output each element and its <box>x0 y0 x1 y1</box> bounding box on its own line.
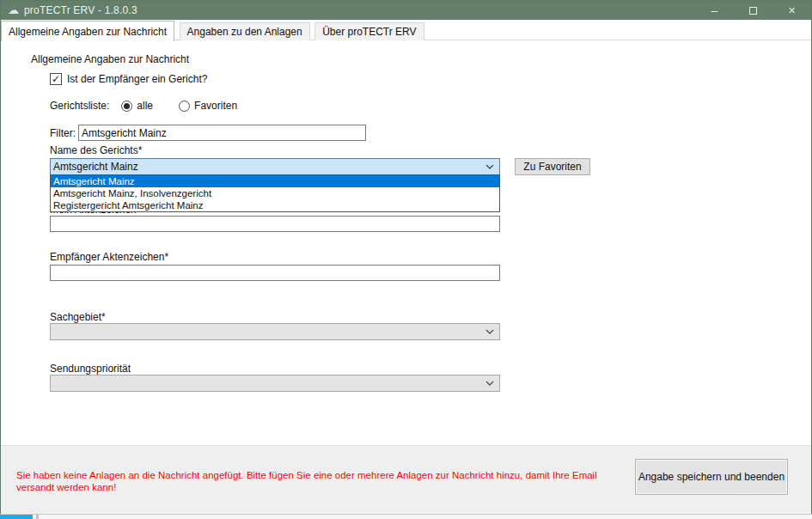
dropdown-option[interactable]: Registergericht Amtsgericht Mainz <box>51 199 499 211</box>
gericht-label: Name des Gerichts* <box>50 144 142 156</box>
close-button[interactable]: × <box>772 1 811 20</box>
title-bar: ☁ proTECTr ERV - 1.8.0.3 – × <box>1 1 811 20</box>
sachgebiet-combobox[interactable] <box>50 323 500 340</box>
taskbar-accent-item <box>0 515 33 519</box>
radio-favoriten[interactable] <box>179 101 190 112</box>
sendungsprioritaet-combobox[interactable] <box>50 375 500 392</box>
check-icon: ✓ <box>52 73 60 85</box>
attachment-warning-text: Sie haben keine Anlagen an die Nachricht… <box>16 469 628 493</box>
taskbar-separator <box>36 515 39 519</box>
chevron-down-icon <box>485 329 494 334</box>
window-controls: – × <box>695 1 811 20</box>
tab-allgemeine-angaben[interactable]: Allgemeine Angaben zur Nachricht <box>1 21 174 41</box>
radio-alle[interactable] <box>121 101 132 112</box>
tab-ueber-protectr[interactable]: Über proTECTr ERV <box>314 22 424 40</box>
empfaenger-aktenzeichen-input[interactable] <box>50 265 500 281</box>
sachgebiet-label: Sachgebiet* <box>50 311 106 323</box>
gericht-combobox-value: Amtsgericht Mainz <box>53 161 138 173</box>
radio-alle-label: alle <box>137 100 153 112</box>
save-and-close-button[interactable]: Angabe speichern und beenden <box>635 459 788 495</box>
minimize-button[interactable]: – <box>695 1 734 20</box>
dropdown-option[interactable]: Amtsgericht Mainz <box>51 175 499 187</box>
recipient-court-checkbox[interactable]: ✓ <box>50 73 62 85</box>
cloud-icon: ☁ <box>8 1 19 20</box>
footer-panel: Sie haben keine Anlagen an die Nachricht… <box>1 445 811 514</box>
window-title: proTECTr ERV - 1.8.0.3 <box>24 4 137 16</box>
close-icon: × <box>788 3 795 17</box>
chevron-down-icon <box>485 164 494 169</box>
recipient-court-checkbox-row: ✓ Ist der Empfänger ein Gericht? <box>50 73 207 85</box>
filter-input[interactable] <box>78 125 366 141</box>
gericht-dropdown-list: Amtsgericht Mainz Amtsgericht Mainz, Ins… <box>50 174 500 212</box>
section-title: Allgemeine Angaben zur Nachricht <box>31 53 189 65</box>
gericht-combobox[interactable]: Amtsgericht Mainz <box>50 158 500 175</box>
dropdown-option[interactable]: Amtsgericht Mainz, Insolvenzgericht <box>51 187 499 199</box>
minimize-icon: – <box>711 3 718 17</box>
gerichtsliste-radio-group: Gerichtsliste: alle Favoriten <box>50 100 237 112</box>
filter-label: Filter: <box>50 127 76 139</box>
empfaenger-aktenzeichen-label: Empfänger Aktenzeichen* <box>50 251 168 263</box>
recipient-court-checkbox-label: Ist der Empfänger ein Gericht? <box>67 73 207 85</box>
zu-favoriten-button[interactable]: Zu Favoriten <box>515 158 590 175</box>
gerichtsliste-label: Gerichtsliste: <box>50 100 109 112</box>
mein-aktenzeichen-input[interactable] <box>50 216 500 232</box>
maximize-icon <box>749 7 757 15</box>
tab-angaben-anlagen[interactable]: Angaben zu den Anlagen <box>180 22 310 40</box>
sendungsprioritaet-label: Sendungspriorität <box>50 363 131 375</box>
app-window: ☁ proTECTr ERV - 1.8.0.3 – × Allgemeine … <box>0 0 812 514</box>
taskbar-edge <box>0 514 812 519</box>
tab-strip: Allgemeine Angaben zur Nachricht Angaben… <box>1 20 811 40</box>
chevron-down-icon <box>485 381 494 386</box>
maximize-button[interactable] <box>734 1 772 20</box>
radio-favoriten-label: Favoriten <box>194 100 237 112</box>
